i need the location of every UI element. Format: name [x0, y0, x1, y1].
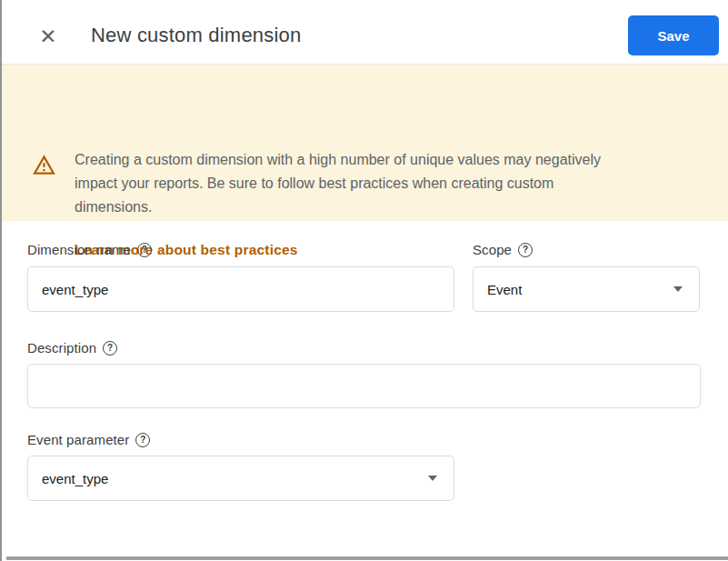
chevron-down-icon [428, 476, 437, 481]
event-parameter-select[interactable]: event_type [27, 456, 454, 501]
close-button[interactable]: ✕ [35, 23, 62, 50]
scope-label-text: Scope [473, 242, 512, 257]
warning-banner-body: Creating a custom dimension with a high … [75, 148, 656, 258]
help-icon[interactable]: ? [137, 243, 152, 257]
page-title: New custom dimension [91, 24, 301, 47]
dimension-name-label: Dimension name ? [27, 242, 152, 257]
description-label: Description ? [27, 340, 117, 356]
dialog-header: ✕ New custom dimension Save [2, 0, 728, 65]
description-label-text: Description [27, 340, 96, 356]
help-icon[interactable]: ? [135, 433, 150, 447]
chevron-down-icon [673, 286, 683, 292]
dimension-name-label-text: Dimension name [27, 242, 131, 257]
horizontal-scrollbar[interactable] [6, 556, 728, 560]
event-parameter-select-value: event_type [42, 471, 108, 486]
scope-select[interactable]: Event [473, 266, 700, 312]
help-icon[interactable]: ? [103, 341, 117, 356]
warning-message: Creating a custom dimension with a high … [75, 148, 633, 219]
description-input[interactable] [27, 364, 701, 408]
event-parameter-label: Event parameter ? [27, 432, 150, 447]
dimension-name-input[interactable] [27, 266, 454, 312]
scope-label: Scope ? [473, 242, 533, 257]
warning-icon [32, 153, 56, 177]
save-button[interactable]: Save [628, 15, 719, 55]
scope-select-value: Event [487, 282, 522, 297]
help-icon[interactable]: ? [518, 243, 533, 257]
event-parameter-label-text: Event parameter [27, 432, 129, 447]
new-custom-dimension-dialog: ✕ New custom dimension Save Creating a c… [0, 0, 728, 561]
warning-banner: Creating a custom dimension with a high … [2, 65, 728, 221]
close-icon: ✕ [39, 25, 56, 48]
